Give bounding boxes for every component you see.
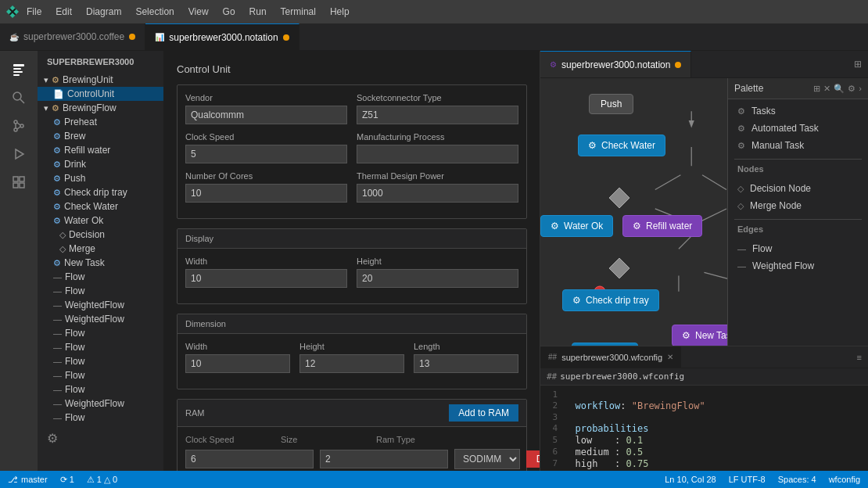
status-errors[interactable]: ⚠ 1 △ 0: [87, 475, 117, 485]
clock-input[interactable]: [185, 145, 347, 163]
dim-width-input[interactable]: [185, 354, 290, 373]
sidebar-item-push[interactable]: ⚙ Push: [38, 171, 163, 185]
menu-help[interactable]: Help: [324, 5, 356, 19]
status-branch[interactable]: ⎇ master: [8, 475, 48, 485]
checkdrip-node-label: Check drip tray: [586, 295, 649, 306]
node-checkdrip[interactable]: ⚙ Check drip tray: [562, 289, 659, 311]
explorer-icon[interactable]: [6, 57, 31, 82]
palette-settings-icon[interactable]: ⚙: [848, 84, 855, 94]
notation-tab[interactable]: ⚙ superbrewer3000.notation: [540, 51, 691, 77]
source-control-icon[interactable]: [6, 113, 31, 138]
notation-tab-label: superbrewer3000.notation: [561, 59, 670, 70]
palette-item-flow[interactable]: — Flow: [728, 240, 868, 257]
code-settings-icon[interactable]: ≡: [857, 353, 862, 362]
sidebar-item-checkwater[interactable]: ⚙ Check Water: [38, 199, 163, 214]
node-push[interactable]: Push: [589, 94, 633, 114]
node-waterok[interactable]: ⚙ Water Ok: [540, 215, 613, 237]
thermal-input[interactable]: [357, 184, 518, 203]
status-bar: ⎇ master ⟳ 1 ⚠ 1 △ 0 Ln 10, Col 28 LF UT…: [0, 471, 868, 488]
code-tab-close[interactable]: ✕: [667, 353, 673, 361]
ram-size-input[interactable]: [320, 450, 448, 468]
menu-file[interactable]: File: [20, 5, 48, 19]
menu-go[interactable]: Go: [217, 5, 242, 19]
menu-terminal[interactable]: Terminal: [274, 5, 322, 19]
sidebar-item-wflow1[interactable]: — WeightedFlow: [38, 298, 163, 312]
node-checkwater[interactable]: ⚙ Check Water: [578, 135, 665, 156]
mfg-select[interactable]: [357, 145, 518, 163]
sidebar-item-wflow2[interactable]: — WeightedFlow: [38, 312, 163, 326]
sidebar-item-controlunit[interactable]: 📄 ControlUnit: [38, 87, 163, 101]
settings-icon[interactable]: ⚙: [47, 432, 58, 445]
extensions-icon[interactable]: [6, 170, 31, 195]
palette-more-icon[interactable]: ›: [859, 84, 862, 94]
sidebar-item-brew[interactable]: ⚙ Brew: [38, 129, 163, 143]
checkdrip-gear-icon: ⚙: [572, 295, 581, 306]
palette-item-weightedflow[interactable]: — Weighted Flow: [728, 257, 868, 274]
cores-thermal-row: Number Of Cores Thermal Design Power: [185, 171, 518, 203]
sidebar-item-refillwater[interactable]: ⚙ Refill water: [38, 143, 163, 157]
split-editor-icon[interactable]: ⊞: [854, 59, 862, 70]
menu-edit[interactable]: Edit: [49, 5, 78, 19]
node-preheat[interactable]: ⚙ Preheat: [572, 343, 638, 346]
sidebar-item-brewingflow[interactable]: ▾ ⚙ BrewingFlow: [38, 101, 163, 115]
sidebar-item-flow1[interactable]: — Flow: [38, 270, 163, 284]
encoding-label: LF UTF-8: [729, 475, 766, 484]
dim-length-input[interactable]: [414, 354, 518, 373]
sidebar-item-merge[interactable]: ◇ Merge: [38, 242, 163, 256]
palette-close-icon[interactable]: ✕: [823, 84, 830, 94]
svg-point-7: [14, 128, 17, 131]
cores-input[interactable]: [185, 184, 347, 203]
socket-select[interactable]: Z51 AM4 LGA1700: [357, 106, 518, 124]
search-icon[interactable]: [6, 85, 31, 110]
palette-layout-icon[interactable]: ⊞: [813, 84, 820, 94]
sidebar-item-checkdrip[interactable]: ⚙ Check drip tray: [38, 185, 163, 199]
palette-item-merge[interactable]: ◇ Merge Node: [728, 197, 868, 214]
sidebar-item-flow2[interactable]: — Flow: [38, 284, 163, 298]
code-line-6: 6 medium : 0.5: [540, 446, 868, 458]
palette-search-icon[interactable]: 🔍: [834, 84, 845, 94]
status-sync[interactable]: ⟳ 1: [60, 475, 74, 485]
sidebar-item-wflow3[interactable]: — WeightedFlow: [38, 396, 163, 411]
menu-run[interactable]: Run: [243, 5, 273, 19]
sidebar-item-decision[interactable]: ◇ Decision: [38, 228, 163, 242]
ram-type-select[interactable]: SODIMM DIMM DDR4 DDR5: [454, 449, 520, 469]
ram-clockspeed-input[interactable]: [185, 450, 314, 468]
sidebar-item-flow5[interactable]: — Flow: [38, 354, 163, 368]
palette-item-manual[interactable]: ⚙ Manual Task: [728, 137, 868, 154]
menu-view[interactable]: View: [182, 5, 215, 19]
display-height-label: Height: [357, 257, 518, 266]
sidebar-item-flow8[interactable]: — Flow: [38, 411, 163, 425]
vendor-input[interactable]: [185, 106, 347, 124]
debug-icon[interactable]: [6, 142, 31, 167]
tab-notation-dirty: [283, 34, 289, 41]
line-num-2: 2: [540, 400, 564, 411]
tab-notation[interactable]: 📊 superbrewer3000.notation: [145, 23, 299, 50]
vendor-field: Vendor: [185, 93, 347, 124]
dim-height-input[interactable]: [299, 354, 404, 373]
palette-item-tasks[interactable]: ⚙ Tasks: [728, 102, 868, 120]
delete-ram-button[interactable]: Delete: [526, 450, 540, 468]
sidebar-item-waterok[interactable]: ⚙ Water Ok: [38, 214, 163, 228]
sidebar-item-flow6[interactable]: — Flow: [38, 368, 163, 382]
menu-diagram[interactable]: Diagram: [80, 5, 127, 19]
palette-item-decision[interactable]: ◇ Decision Node: [728, 180, 868, 197]
node-refillwater[interactable]: ⚙ Refill water: [622, 215, 702, 237]
palette-nodes-section: ◇ Decision Node ◇ Merge Node: [728, 177, 868, 217]
display-height-input[interactable]: [357, 269, 518, 288]
code-tab-wfconfig[interactable]: ## superbrewer3000.wfconfig ✕: [540, 346, 681, 368]
palette-item-automated[interactable]: ⚙ Automated Task: [728, 120, 868, 137]
add-to-ram-button[interactable]: Add to RAM: [449, 404, 518, 422]
tab-coffee[interactable]: ☕ superbrewer3000.coffee: [0, 23, 145, 50]
sidebar-item-brewingunit[interactable]: ▾ ⚙ BrewingUnit: [38, 73, 163, 87]
sidebar-item-preheat[interactable]: ⚙ Preheat: [38, 115, 163, 129]
sidebar-item-flow3[interactable]: — Flow: [38, 326, 163, 340]
sidebar-item-newtask[interactable]: ⚙ New Task: [38, 256, 163, 270]
sidebar-item-flow7[interactable]: — Flow: [38, 382, 163, 396]
sidebar-item-drink[interactable]: ⚙ Drink: [38, 157, 163, 171]
display-width-input[interactable]: [185, 269, 347, 288]
sidebar-item-flow4[interactable]: — Flow: [38, 340, 163, 354]
file-tree: SuperBrewer3000 ▾ ⚙ BrewingUnit 📄 Contro…: [38, 51, 163, 471]
menu-selection[interactable]: Selection: [129, 5, 180, 19]
status-language[interactable]: wfconfig: [829, 475, 860, 484]
palette-edges-group: Edges: [728, 221, 868, 237]
